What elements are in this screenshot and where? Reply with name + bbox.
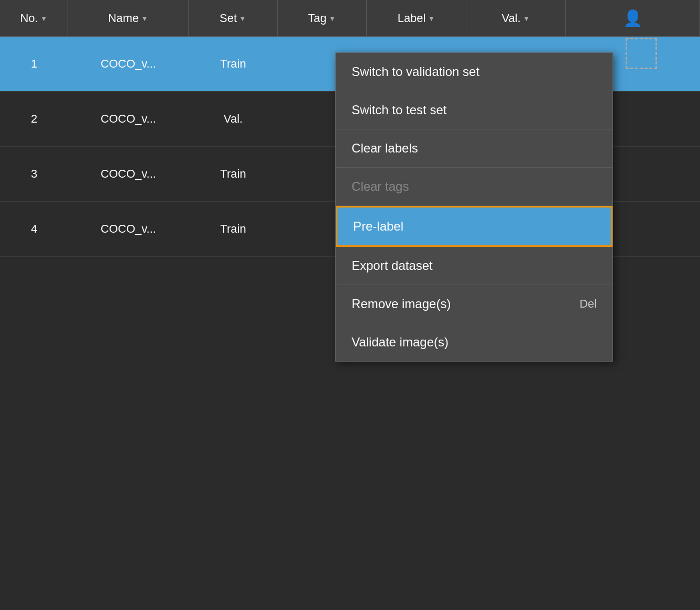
row-3-no: 3 [0, 147, 68, 201]
header-tag-label: Tag [308, 12, 326, 25]
menu-item-switch-test[interactable]: Switch to test set [336, 91, 612, 129]
menu-item-switch-validation[interactable]: Switch to validation set [336, 53, 612, 91]
selection-indicator [626, 38, 657, 69]
header-label-arrow: ▼ [428, 14, 435, 23]
menu-item-validate-images[interactable]: Validate image(s) [336, 323, 612, 361]
row-3-name: COCO_v... [68, 147, 189, 201]
menu-clear-labels-label: Clear labels [352, 141, 418, 155]
row-2-name: COCO_v... [68, 92, 189, 146]
row-1-no: 1 [0, 37, 68, 91]
menu-item-clear-tags: Clear tags [336, 168, 612, 206]
header-no[interactable]: No. ▼ [0, 0, 68, 36]
menu-item-pre-label[interactable]: Pre-label [336, 206, 612, 247]
header-name[interactable]: Name ▼ [68, 0, 189, 36]
menu-remove-images-label: Remove image(s) [352, 297, 451, 311]
header-label-label: Label [398, 12, 426, 25]
header-set-label: Set [220, 12, 237, 25]
row-2-set: Val. [189, 92, 278, 146]
header-no-label: No. [20, 12, 38, 25]
menu-validate-images-label: Validate image(s) [352, 335, 449, 349]
menu-export-dataset-label: Export dataset [352, 258, 433, 273]
dataset-table: No. ▼ Name ▼ Set ▼ Tag ▼ Label ▼ Val. ▼ … [0, 0, 700, 610]
header-val[interactable]: Val. ▼ [466, 0, 566, 36]
menu-pre-label-label: Pre-label [353, 219, 403, 233]
menu-remove-images-shortcut: Del [579, 297, 597, 311]
menu-clear-tags-label: Clear tags [352, 179, 409, 193]
row-4-no: 4 [0, 202, 68, 256]
header-label[interactable]: Label ▼ [367, 0, 466, 36]
menu-switch-validation-label: Switch to validation set [352, 64, 479, 79]
row-2-no: 2 [0, 92, 68, 146]
header-tag[interactable]: Tag ▼ [278, 0, 367, 36]
header-val-label: Val. [501, 12, 520, 25]
context-menu: Switch to validation set Switch to test … [335, 52, 613, 362]
menu-item-export-dataset[interactable]: Export dataset [336, 247, 612, 285]
header-name-label: Name [108, 12, 139, 25]
menu-switch-test-label: Switch to test set [352, 103, 446, 117]
header-user[interactable]: 👤 [566, 0, 700, 36]
header-set-arrow: ▼ [239, 14, 246, 23]
table-header: No. ▼ Name ▼ Set ▼ Tag ▼ Label ▼ Val. ▼ … [0, 0, 700, 37]
header-tag-arrow: ▼ [329, 14, 336, 23]
menu-item-clear-labels[interactable]: Clear labels [336, 129, 612, 168]
row-1-set: Train [189, 37, 278, 91]
row-3-set: Train [189, 147, 278, 201]
row-1-name: COCO_v... [68, 37, 189, 91]
user-icon: 👤 [623, 9, 642, 27]
row-4-set: Train [189, 202, 278, 256]
header-set[interactable]: Set ▼ [189, 0, 278, 36]
menu-item-remove-images[interactable]: Remove image(s) Del [336, 285, 612, 323]
row-4-name: COCO_v... [68, 202, 189, 256]
header-no-arrow: ▼ [40, 14, 48, 23]
header-name-arrow: ▼ [141, 14, 148, 23]
header-val-arrow: ▼ [523, 14, 530, 23]
